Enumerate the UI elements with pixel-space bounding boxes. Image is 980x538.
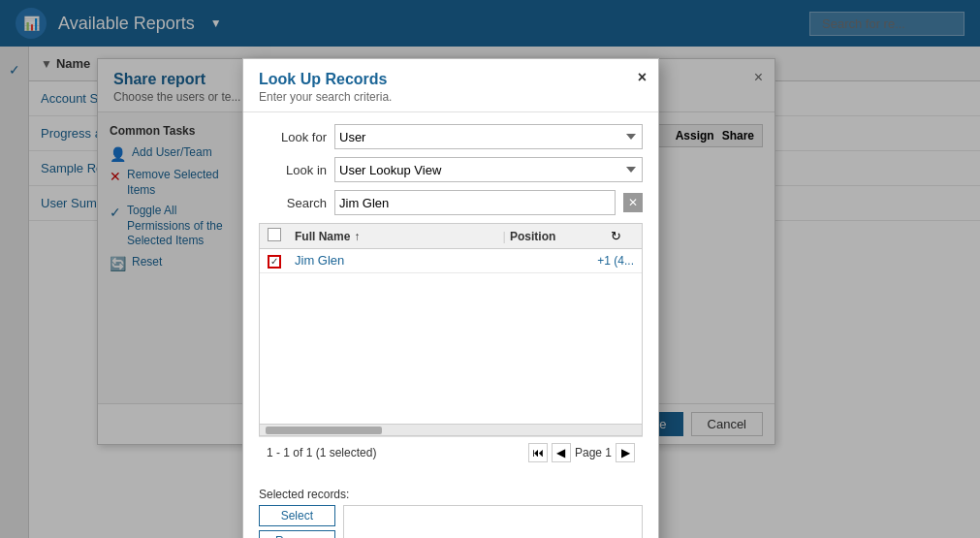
selected-records-textarea[interactable] (343, 505, 643, 538)
lookup-close-button[interactable]: × (638, 69, 647, 86)
row-phone: +1 (4... (597, 254, 634, 268)
look-for-select[interactable]: User (334, 124, 643, 149)
header-fullname-col: Full Name ↑ (295, 230, 499, 243)
header-checkbox[interactable] (268, 228, 281, 241)
next-page-button[interactable]: ▶ (616, 443, 635, 462)
search-label: Search (259, 196, 327, 210)
lookup-dialog-title: Look Up Records (259, 71, 643, 88)
lookup-grid: Full Name ↑ | Position ↻ Jim Glen +1 (4.… (259, 223, 643, 436)
pagination-nav: ⏮ ◀ Page 1 ▶ (528, 443, 635, 462)
lookup-dialog-header: Look Up Records Enter your search criter… (243, 59, 658, 112)
search-input[interactable] (334, 190, 616, 215)
row-checkbox[interactable] (268, 255, 281, 269)
page-label: Page 1 (575, 446, 612, 459)
selected-records-label: Selected records: (259, 488, 643, 501)
look-for-label: Look for (259, 130, 327, 144)
horizontal-scrollbar[interactable] (260, 424, 642, 435)
first-page-button[interactable]: ⏮ (528, 443, 548, 462)
select-button[interactable]: Select (259, 505, 335, 526)
scroll-thumb[interactable] (266, 427, 382, 434)
selected-records-section: Selected records: Select Remove (243, 480, 658, 538)
lookup-dialog-subtitle: Enter your search criteria. (259, 90, 643, 104)
grid-scroll-area: Jim Glen +1 (4... (260, 249, 642, 424)
look-in-row: Look in User Lookup View (259, 157, 643, 182)
lookup-records-dialog: Look Up Records Enter your search criter… (242, 58, 659, 538)
row-checkbox-container (268, 253, 291, 269)
lookup-body: Look for User Look in User Lookup View S… (243, 112, 658, 480)
grid-header-row: Full Name ↑ | Position ↻ (260, 224, 642, 249)
look-for-row: Look for User (259, 124, 643, 149)
look-in-label: Look in (259, 163, 327, 177)
sort-icon[interactable]: ↑ (354, 230, 360, 243)
search-row: Search ✕ (259, 190, 643, 215)
clear-search-button[interactable]: ✕ (623, 193, 643, 212)
fullname-header-label: Full Name (295, 230, 350, 243)
pipe-separator: | (503, 229, 506, 243)
pagination-bar: 1 - 1 of 1 (1 selected) ⏮ ◀ Page 1 ▶ (259, 436, 643, 468)
prev-page-button[interactable]: ◀ (552, 443, 571, 462)
refresh-icon[interactable]: ↻ (611, 229, 634, 243)
remove-button[interactable]: Remove (259, 530, 335, 538)
position-header-label: Position (510, 230, 607, 243)
row-fullname[interactable]: Jim Glen (295, 253, 492, 268)
look-in-select[interactable]: User Lookup View (334, 157, 643, 182)
header-checkbox-col (268, 228, 291, 244)
pagination-info: 1 - 1 of 1 (1 selected) (267, 446, 521, 459)
grid-data-row[interactable]: Jim Glen +1 (4... (260, 249, 642, 273)
